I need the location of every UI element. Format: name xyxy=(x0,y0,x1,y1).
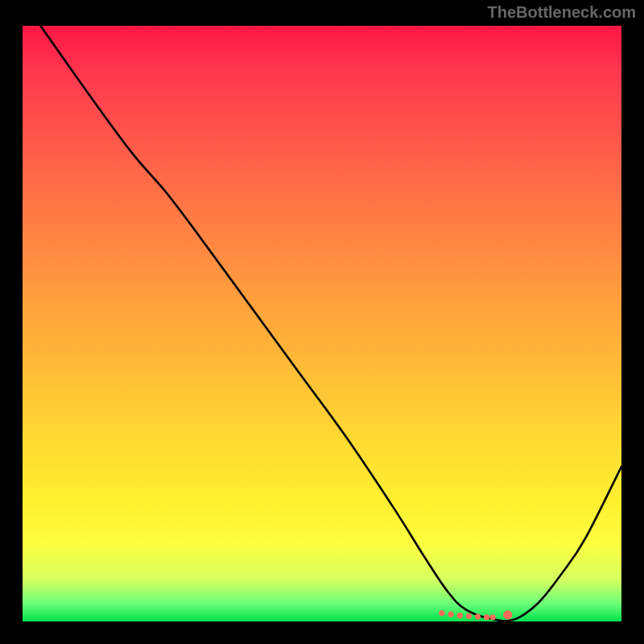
valley-marker xyxy=(466,613,472,619)
valley-marker xyxy=(439,610,444,616)
watermark-label: TheBottleneck.com xyxy=(488,3,636,22)
valley-marker xyxy=(448,612,453,617)
valley-marker xyxy=(503,610,512,619)
curve-line xyxy=(40,26,621,621)
plot-area xyxy=(23,26,621,621)
valley-marker xyxy=(484,614,489,620)
chart-svg xyxy=(23,26,621,621)
chart-frame: TheBottleneck.com xyxy=(0,0,644,644)
valley-markers xyxy=(439,610,512,620)
valley-marker xyxy=(489,614,495,620)
valley-marker xyxy=(475,614,481,620)
valley-marker xyxy=(457,613,463,618)
